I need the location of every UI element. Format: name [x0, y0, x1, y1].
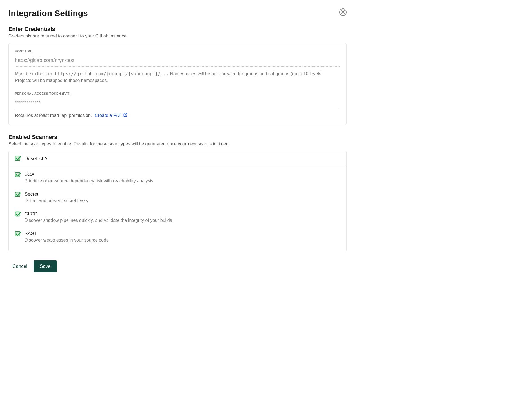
checkbox-checked-icon[interactable] — [15, 192, 21, 198]
external-link-icon — [123, 113, 128, 118]
deselect-all-label: Deselect All — [25, 156, 50, 162]
close-button[interactable] — [339, 8, 347, 16]
scanner-name: SAST — [25, 231, 340, 236]
host-url-label: HOST URL — [15, 50, 340, 53]
host-url-helper-prefix: Must be in the form — [15, 71, 55, 76]
checkbox-checked-icon[interactable] — [15, 172, 21, 178]
cancel-button[interactable]: Cancel — [12, 261, 27, 272]
scanner-name: Secret — [25, 191, 340, 197]
credentials-card: HOST URL Must be in the form https://git… — [8, 43, 347, 125]
create-pat-link-label: Create a PAT — [95, 113, 121, 118]
deselect-all-row[interactable]: Deselect All — [9, 151, 346, 166]
scanners-section-desc: Select the scan types to enable. Results… — [8, 142, 347, 147]
checkbox-checked-icon[interactable] — [15, 211, 21, 218]
checkbox-checked-icon[interactable] — [15, 231, 21, 237]
scanner-name: CI/CD — [25, 211, 340, 217]
pat-input[interactable] — [15, 98, 340, 109]
host-url-helper: Must be in the form https://gitlab.com/{… — [15, 70, 340, 84]
scanner-row[interactable]: SecretDetect and prevent secret leaks — [15, 187, 340, 207]
scanners-card: Deselect All SCAPrioritize open-source d… — [8, 151, 347, 251]
scanners-section-title: Enabled Scanners — [8, 134, 347, 140]
pat-label: PERSONAL ACCESS TOKEN (PAT) — [15, 92, 340, 95]
scanner-desc: Discover weaknesses in your source code — [25, 238, 340, 243]
checkbox-checked-icon[interactable] — [15, 156, 21, 162]
scanner-row[interactable]: CI/CDDiscover shadow pipelines quickly, … — [15, 207, 340, 227]
create-pat-link[interactable]: Create a PAT — [95, 113, 128, 118]
scanner-row[interactable]: SCAPrioritize open-source dependency ris… — [15, 168, 340, 187]
page-title: Integration Settings — [8, 8, 88, 18]
save-button[interactable]: Save — [34, 260, 57, 272]
scanner-row[interactable]: SASTDiscover weaknesses in your source c… — [15, 227, 340, 247]
close-icon — [341, 10, 345, 14]
scanner-name: SCA — [25, 172, 340, 177]
host-url-input[interactable] — [15, 56, 340, 67]
pat-helper-text: Requires at least read_api permission. — [15, 113, 92, 118]
credentials-section-title: Enter Credentials — [8, 26, 347, 32]
scanner-desc: Discover shadow pipelines quickly, and v… — [25, 218, 340, 223]
host-url-helper-code: https://gitlab.com/{group}/{subgroup1}/.… — [55, 71, 169, 76]
credentials-section-desc: Credentials are required to connect to y… — [8, 34, 347, 39]
scanner-desc: Detect and prevent secret leaks — [25, 198, 340, 203]
scanner-desc: Prioritize open-source dependency risk w… — [25, 178, 340, 184]
